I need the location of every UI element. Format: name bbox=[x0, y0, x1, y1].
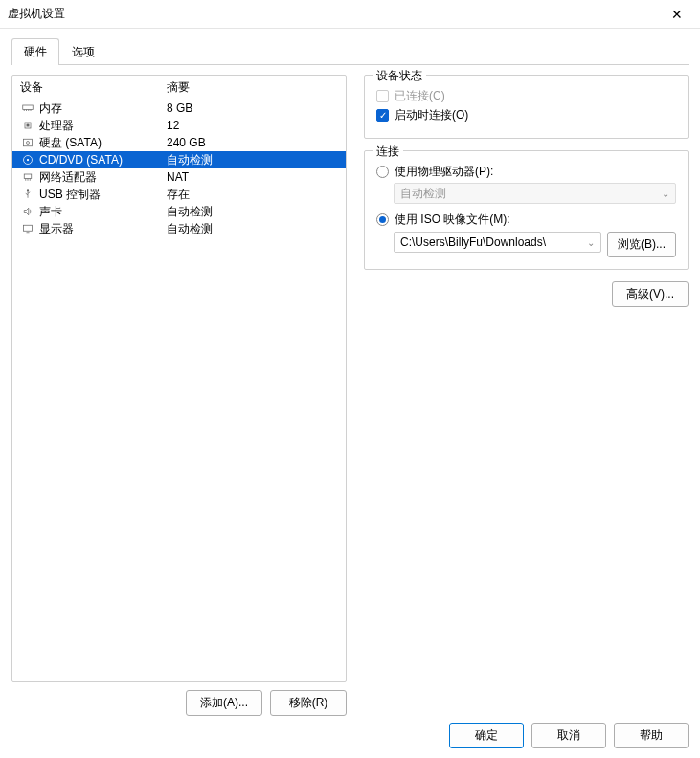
ok-button[interactable]: 确定 bbox=[449, 723, 524, 748]
connected-checkbox bbox=[376, 90, 389, 102]
titlebar: 虚拟机设置 ✕ bbox=[0, 0, 700, 29]
device-name: 处理器 bbox=[39, 118, 167, 134]
memory-icon bbox=[20, 101, 35, 115]
device-row-memory[interactable]: 内存8 GB bbox=[12, 100, 346, 117]
device-row-cpu[interactable]: 处理器12 bbox=[12, 117, 346, 134]
iso-path-value: C:\Users\BillyFu\Downloads\ bbox=[400, 235, 546, 249]
device-name: 硬盘 (SATA) bbox=[39, 135, 167, 151]
device-summary: 自动检测 bbox=[167, 221, 213, 237]
device-summary: 自动检测 bbox=[167, 152, 213, 168]
display-icon bbox=[20, 222, 35, 235]
cancel-button[interactable]: 取消 bbox=[531, 723, 606, 748]
tab-options[interactable]: 选项 bbox=[59, 38, 107, 65]
connection-title: 连接 bbox=[373, 144, 403, 160]
device-row-disk[interactable]: 硬盘 (SATA)240 GB bbox=[12, 134, 346, 151]
browse-button[interactable]: 浏览(B)... bbox=[607, 232, 676, 257]
help-button[interactable]: 帮助 bbox=[614, 723, 689, 748]
device-status-title: 设备状态 bbox=[373, 68, 426, 84]
device-name: 网络适配器 bbox=[39, 169, 167, 186]
window-title: 虚拟机设置 bbox=[8, 6, 662, 22]
connect-on-power-label: 启动时连接(O) bbox=[395, 107, 468, 123]
chevron-down-icon[interactable]: ⌄ bbox=[587, 237, 595, 248]
iso-label: 使用 ISO 映像文件(M): bbox=[395, 212, 510, 228]
svg-point-8 bbox=[27, 142, 30, 145]
advanced-button[interactable]: 高级(V)... bbox=[612, 281, 689, 307]
svg-rect-7 bbox=[24, 139, 33, 146]
connected-label: 已连接(C) bbox=[395, 88, 445, 104]
svg-rect-6 bbox=[27, 124, 30, 127]
tab-bar: 硬件 选项 bbox=[11, 38, 689, 65]
physical-drive-combo: 自动检测 ⌄ bbox=[394, 183, 676, 204]
header-summary: 摘要 bbox=[167, 79, 338, 96]
iso-path-combo[interactable]: C:\Users\BillyFu\Downloads\ ⌄ bbox=[394, 232, 601, 253]
svg-rect-11 bbox=[24, 174, 32, 179]
device-row-display[interactable]: 显示器自动检测 bbox=[12, 220, 346, 237]
net-icon bbox=[20, 170, 35, 184]
svg-rect-19 bbox=[24, 225, 33, 231]
device-summary: 自动检测 bbox=[167, 204, 213, 220]
physical-drive-label: 使用物理驱动器(P): bbox=[395, 164, 493, 180]
iso-radio[interactable] bbox=[376, 213, 389, 226]
device-list[interactable]: 设备 摘要 内存8 GB处理器12硬盘 (SATA)240 GBCD/DVD (… bbox=[11, 75, 347, 682]
add-button[interactable]: 添加(A)... bbox=[186, 690, 262, 716]
device-summary: 12 bbox=[167, 119, 179, 132]
device-name: 内存 bbox=[39, 100, 167, 117]
disk-icon bbox=[20, 136, 35, 149]
device-row-usb[interactable]: USB 控制器存在 bbox=[12, 186, 346, 203]
dialog-footer: 确定 取消 帮助 bbox=[449, 723, 689, 748]
device-name: 显示器 bbox=[39, 221, 167, 237]
physical-drive-radio[interactable] bbox=[376, 166, 389, 178]
device-name: USB 控制器 bbox=[39, 187, 167, 203]
device-status-group: 设备状态 已连接(C) 启动时连接(O) bbox=[364, 75, 689, 139]
usb-icon bbox=[20, 188, 35, 201]
device-row-net[interactable]: 网络适配器NAT bbox=[12, 168, 346, 186]
svg-point-10 bbox=[27, 159, 29, 161]
physical-drive-value: 自动检测 bbox=[400, 186, 446, 202]
remove-button[interactable]: 移除(R) bbox=[270, 690, 347, 716]
device-row-cd[interactable]: CD/DVD (SATA)自动检测 bbox=[12, 151, 346, 168]
device-summary: 240 GB bbox=[167, 136, 206, 149]
device-name: 声卡 bbox=[39, 204, 167, 220]
chevron-down-icon: ⌄ bbox=[662, 189, 669, 199]
connection-group: 连接 使用物理驱动器(P): 自动检测 ⌄ 使用 ISO 映像文件(M): bbox=[364, 150, 689, 270]
device-summary: 8 GB bbox=[167, 101, 192, 115]
device-summary: NAT bbox=[167, 170, 189, 184]
tab-hardware[interactable]: 硬件 bbox=[11, 38, 59, 65]
close-icon[interactable]: ✕ bbox=[662, 7, 692, 22]
connect-on-power-checkbox[interactable] bbox=[376, 109, 389, 122]
device-summary: 存在 bbox=[167, 187, 190, 203]
device-name: CD/DVD (SATA) bbox=[39, 153, 167, 167]
cpu-icon bbox=[20, 119, 35, 132]
sound-icon bbox=[20, 205, 35, 218]
header-device: 设备 bbox=[20, 79, 167, 96]
cd-icon bbox=[20, 153, 35, 167]
svg-rect-0 bbox=[23, 105, 34, 110]
device-row-sound[interactable]: 声卡自动检测 bbox=[12, 203, 346, 220]
list-header: 设备 摘要 bbox=[12, 76, 346, 100]
